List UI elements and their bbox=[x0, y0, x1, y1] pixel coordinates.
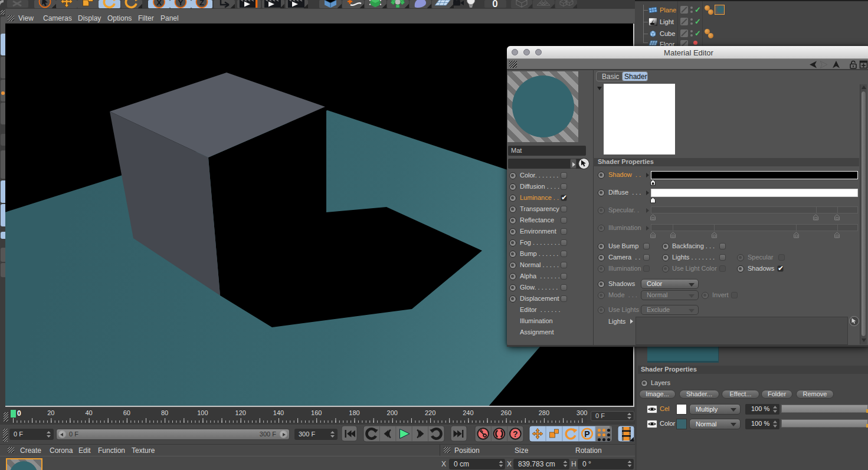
svg-text:240: 240 bbox=[463, 409, 473, 416]
svg-text:0: 0 bbox=[492, 0, 497, 9]
svg-text:180: 180 bbox=[349, 409, 359, 416]
svg-text:300: 300 bbox=[577, 409, 587, 416]
svg-text:20: 20 bbox=[47, 409, 54, 416]
svg-text:X: X bbox=[156, 0, 162, 7]
svg-text:?: ? bbox=[513, 429, 518, 439]
svg-text:P: P bbox=[584, 429, 589, 439]
svg-text:80: 80 bbox=[161, 409, 168, 416]
svg-text:40: 40 bbox=[85, 409, 92, 416]
svg-text:160: 160 bbox=[311, 409, 322, 416]
svg-text:100: 100 bbox=[197, 409, 208, 416]
svg-text:260: 260 bbox=[500, 409, 511, 416]
svg-text:Z: Z bbox=[199, 0, 204, 7]
svg-text:Y: Y bbox=[178, 0, 184, 7]
svg-text:220: 220 bbox=[425, 409, 435, 416]
svg-text:140: 140 bbox=[273, 409, 284, 416]
svg-text:280: 280 bbox=[539, 409, 549, 416]
svg-text:60: 60 bbox=[123, 409, 130, 416]
svg-text:200: 200 bbox=[387, 409, 398, 416]
svg-text:120: 120 bbox=[235, 409, 246, 416]
